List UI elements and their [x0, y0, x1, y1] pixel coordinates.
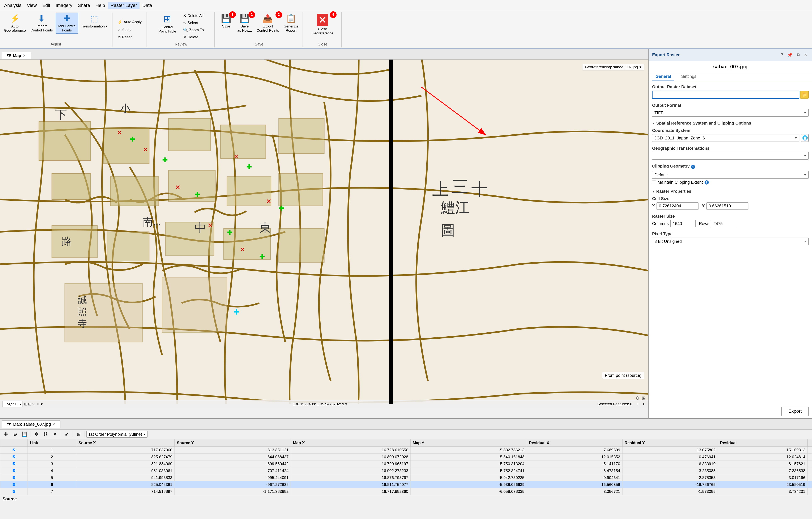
row-checkbox[interactable]: [12, 455, 15, 458]
coord-system-select[interactable]: JGD_2011_Japan_Zone_6: [652, 134, 800, 142]
transformation-button[interactable]: ⬚ Transformation ▾: [79, 12, 110, 30]
row-check[interactable]: [0, 481, 28, 488]
row-checkbox[interactable]: [12, 476, 15, 479]
table-row[interactable]: 2 825.627479 -844.088437 16.809.072028 -…: [0, 454, 812, 460]
generate-report-button[interactable]: 📋 GenerateReport: [282, 12, 300, 34]
menu-help[interactable]: Help: [93, 2, 108, 9]
zoom-to-button[interactable]: 🔍 Zoom To: [181, 27, 205, 33]
row-check[interactable]: [0, 474, 28, 481]
delete-all-button[interactable]: ✕ Delete All: [181, 12, 205, 19]
map-canvas[interactable]: 下 小 路 誠 照 寺 中 東 南... 上 三 十 鱧江 圖: [0, 60, 648, 404]
row-checkbox[interactable]: [12, 490, 15, 493]
bottom-tab-close[interactable]: ✕: [53, 422, 55, 426]
delete-button[interactable]: ✕ Delete: [181, 34, 205, 40]
pixel-type-select[interactable]: 8 Bit Unsigned 16 Bit Unsigned 32 Bit Fl…: [652, 238, 809, 245]
row-check[interactable]: [0, 447, 28, 454]
table-row[interactable]: 1 717.637066 -813.851121 16.728.610556 -…: [0, 447, 812, 454]
scale-icon-2[interactable]: ⊡: [28, 402, 31, 406]
maintain-clipping-checkbox[interactable]: [652, 181, 656, 184]
cell-x-input[interactable]: [657, 202, 698, 210]
menu-raster-layer[interactable]: Raster Layer: [108, 2, 140, 9]
menu-share[interactable]: Share: [75, 2, 93, 9]
map-tab[interactable]: 🗺 Map ✕: [2, 52, 31, 59]
table-row[interactable]: 5 941.995833 -995.444091 16.876.793767 -…: [0, 474, 812, 481]
scale-dropdown[interactable]: ▾: [41, 402, 42, 406]
scale-icon-3[interactable]: ⇅: [32, 402, 35, 406]
tb-save-btn[interactable]: 💾: [20, 430, 29, 438]
menu-data[interactable]: Data: [140, 2, 155, 9]
geo-transforms-select[interactable]: [652, 152, 809, 160]
col-map-y[interactable]: Map Y: [410, 439, 527, 447]
scale-icon-4[interactable]: ↔: [36, 402, 40, 406]
refresh-icon[interactable]: ↻: [643, 402, 646, 406]
auto-georef-button[interactable]: ⚡ AutoGeoreference: [2, 12, 28, 34]
import-control-points-button[interactable]: ⬇ ImportControl Points: [29, 12, 55, 34]
scale-icon-1[interactable]: ⊞: [24, 402, 27, 406]
coords-dropdown[interactable]: ▾: [345, 402, 347, 406]
col-residual-y[interactable]: Residual Y: [622, 439, 718, 447]
rows-input[interactable]: [711, 220, 736, 227]
col-map-x[interactable]: Map X: [291, 439, 410, 447]
table-row[interactable]: 7 714.518897 -1.171.383882 16.717.882360…: [0, 488, 812, 495]
tb-zoom-btn[interactable]: ⤢: [62, 430, 71, 438]
select-button[interactable]: ↖ Select: [181, 20, 205, 26]
output-raster-input[interactable]: [652, 91, 800, 99]
columns-input[interactable]: [670, 220, 696, 227]
add-control-points-button[interactable]: ✚ Add ControlPoints: [56, 12, 78, 34]
reset-button[interactable]: ↺ Reset: [116, 34, 143, 40]
pause-icon[interactable]: ⏸: [636, 402, 639, 406]
row-check[interactable]: [0, 467, 28, 474]
row-checkbox[interactable]: [12, 462, 15, 465]
col-source-y[interactable]: Source Y: [175, 439, 291, 447]
georef-dropdown-icon[interactable]: ▾: [640, 65, 641, 69]
menu-edit[interactable]: Edit: [40, 2, 53, 9]
control-point-table-button[interactable]: ⊞ ControlPoint Table: [157, 12, 178, 35]
transform-select[interactable]: 1st Order Polynomial (Affine) 2nd Order …: [86, 431, 147, 438]
tb-add2-btn[interactable]: ⊕: [11, 430, 19, 438]
tb-move-btn[interactable]: ✥: [32, 430, 40, 438]
menu-analysis[interactable]: Analysis: [2, 2, 24, 9]
col-source-x[interactable]: Source X: [76, 439, 174, 447]
globe-button[interactable]: 🌐: [801, 134, 809, 142]
close-panel-button[interactable]: ✕: [803, 52, 809, 58]
row-checkbox[interactable]: [12, 483, 15, 486]
table-row[interactable]: 3 821.884069 -699.580442 16.790.968197 -…: [0, 460, 812, 467]
output-raster-browse[interactable]: 📁: [800, 91, 809, 98]
tb-add-btn[interactable]: ✚: [2, 430, 10, 438]
auto-apply-button[interactable]: ⚡ Auto Apply: [116, 19, 143, 25]
float-button[interactable]: ⧉: [795, 52, 801, 58]
pin-button[interactable]: 📌: [786, 52, 794, 58]
tb-delete-btn[interactable]: ✕: [51, 430, 59, 438]
clipping-geometry-select[interactable]: Default None Extent: [652, 171, 809, 179]
col-link[interactable]: Link: [28, 439, 76, 447]
col-residual-x[interactable]: Residual X: [527, 439, 622, 447]
row-checkbox[interactable]: [12, 449, 15, 451]
row-checkbox[interactable]: [12, 469, 15, 472]
control-point-red-2: ✕: [233, 153, 239, 161]
menu-view[interactable]: View: [24, 2, 39, 9]
tab-settings[interactable]: Settings: [678, 72, 699, 81]
tab-general[interactable]: General: [652, 72, 674, 81]
map-tab-close[interactable]: ✕: [23, 54, 26, 58]
help-button[interactable]: ?: [780, 52, 784, 58]
row-check[interactable]: [0, 454, 28, 460]
clipping-geometry-info[interactable]: ℹ: [691, 165, 695, 169]
menu-imagery[interactable]: Imagery: [53, 2, 75, 9]
spatial-ref-section-header[interactable]: Spatial Reference System and Clipping Op…: [652, 121, 809, 126]
tb-grid-btn[interactable]: ⊞: [75, 430, 83, 438]
table-row[interactable]: 4 981.033061 -707.411424 16.902.273233 -…: [0, 467, 812, 474]
scale-select[interactable]: 1:4,950: [2, 401, 23, 407]
output-format-select[interactable]: TIFF PNG JPEG: [652, 109, 809, 117]
raster-properties-header[interactable]: Raster Properties: [652, 189, 809, 194]
table-scroll[interactable]: Link Source X Source Y Map X Map Y Resid…: [0, 439, 812, 502]
cell-y-input[interactable]: [706, 202, 748, 210]
table-row[interactable]: 6 825.048381 -967.272638 16.811.754077 -…: [0, 481, 812, 488]
row-check[interactable]: [0, 488, 28, 495]
apply-button[interactable]: ✓ Apply: [116, 26, 143, 33]
col-residual[interactable]: Residual: [718, 439, 808, 447]
maintain-clipping-info[interactable]: ℹ: [704, 180, 709, 185]
bottom-tab-map[interactable]: 🗺 Map: sabae_007.jpg ✕: [2, 421, 60, 428]
tb-link-btn[interactable]: ⛓: [41, 430, 50, 438]
export-button[interactable]: Export: [781, 406, 809, 416]
row-check[interactable]: [0, 460, 28, 467]
